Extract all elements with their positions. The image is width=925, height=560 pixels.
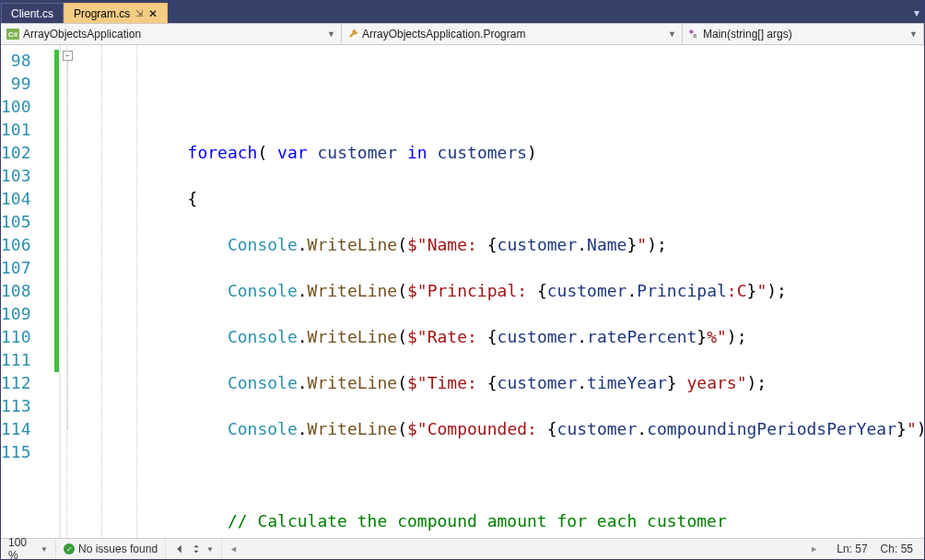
class-icon (347, 29, 358, 40)
issues-indicator[interactable]: ✓ No issues found (56, 539, 166, 559)
pin-icon[interactable]: ⇲ (135, 8, 143, 18)
class-label: ArrayObjectsApplication.Program (362, 28, 525, 41)
tab-client[interactable]: Client.cs (1, 3, 64, 23)
chevron-down-icon: ▼ (668, 29, 676, 39)
check-icon: ✓ (64, 543, 75, 554)
line-value: 57 (855, 542, 867, 555)
svg-text:a: a (693, 32, 697, 39)
tab-label: Program.cs (74, 7, 130, 20)
change-indicator (54, 50, 59, 372)
chevron-down-icon: ▼ (206, 545, 214, 554)
class-dropdown[interactable]: ArrayObjectsApplication.Program ▼ (342, 24, 683, 44)
char-label: Ch: (881, 542, 898, 555)
zoom-dropdown[interactable]: 100 % ▼ (1, 539, 56, 559)
zoom-value: 100 % (8, 536, 37, 560)
tab-strip: Client.cs Program.cs ⇲ ✕ ▾ (1, 1, 924, 23)
line-number-gutter: 9899100101102103104105106107108109110111… (1, 45, 60, 538)
code-area[interactable]: foreach( var customer in customers) { Co… (61, 45, 924, 538)
tab-program[interactable]: Program.cs ⇲ ✕ (64, 3, 168, 23)
member-dropdown[interactable]: a Main(string[] args) ▼ (683, 24, 924, 44)
horizontal-scrollbar[interactable]: ◄ ► (222, 539, 825, 559)
csharp-icon: C# (6, 29, 19, 40)
line-label: Ln: (837, 542, 852, 555)
char-value: 55 (901, 542, 913, 555)
nav-left-icon (173, 542, 186, 555)
tab-label: Client.cs (11, 7, 53, 20)
navigation-bar: C# ArrayObjectsApplication ▼ ArrayObject… (1, 23, 924, 45)
chevron-down-icon: ▼ (41, 545, 48, 554)
chevron-down-icon: ▼ (327, 29, 335, 39)
nav-arrows[interactable]: ▼ (166, 539, 222, 559)
member-label: Main(string[] args) (703, 28, 792, 41)
tab-overflow-button[interactable]: ▾ (909, 3, 924, 23)
status-bar: 100 % ▼ ✓ No issues found ▼ ◄ ► Ln: 57 C… (1, 538, 924, 559)
issues-label: No issues found (78, 542, 158, 555)
code-editor[interactable]: 9899100101102103104105106107108109110111… (1, 45, 924, 538)
namespace-dropdown[interactable]: C# ArrayObjectsApplication ▼ (1, 24, 342, 44)
close-icon[interactable]: ✕ (148, 8, 158, 19)
method-icon: a (688, 29, 699, 40)
namespace-label: ArrayObjectsApplication (23, 28, 141, 41)
chevron-down-icon: ▼ (909, 29, 918, 39)
nav-up-down-icon (190, 542, 203, 555)
